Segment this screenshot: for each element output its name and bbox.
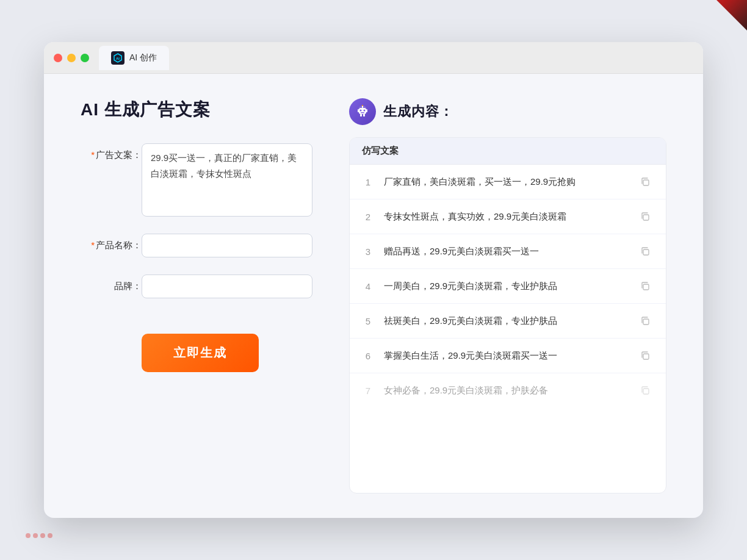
row-number: 7 bbox=[362, 386, 374, 396]
row-text: 女神必备，29.9元美白淡斑霜，护肤必备 bbox=[384, 384, 627, 398]
result-header: 生成内容： bbox=[349, 98, 666, 125]
ad-copy-textarea[interactable]: 29.9买一送一，真正的厂家直销，美白淡斑霜，专抹女性斑点 bbox=[142, 143, 312, 217]
left-panel: AI 生成广告文案 *广告文案： 29.9买一送一，真正的厂家直销，美白淡斑霜，… bbox=[81, 98, 312, 494]
copy-button[interactable] bbox=[637, 243, 654, 260]
svg-rect-11 bbox=[360, 114, 362, 117]
svg-rect-6 bbox=[361, 112, 364, 113]
copy-button[interactable] bbox=[637, 173, 654, 190]
row-text: 赠品再送，29.9元美白淡斑霜买一送一 bbox=[384, 245, 627, 259]
copy-button[interactable] bbox=[637, 347, 654, 364]
row-text: 祛斑美白，29.9元美白淡斑霜，专业护肤品 bbox=[384, 314, 627, 328]
close-button[interactable] bbox=[54, 54, 62, 62]
browser-window: AI AI 创作 AI 生成广告文案 *广告文案： 29.9买一送一，真正的厂家… bbox=[44, 42, 703, 518]
minimize-button[interactable] bbox=[67, 54, 76, 62]
row-number: 4 bbox=[362, 281, 374, 292]
svg-rect-12 bbox=[363, 114, 365, 117]
svg-rect-16 bbox=[643, 284, 649, 290]
copy-button[interactable] bbox=[637, 208, 654, 225]
brand-label: 品牌： bbox=[81, 275, 142, 292]
maximize-button[interactable] bbox=[81, 54, 89, 62]
row-number: 5 bbox=[362, 316, 374, 326]
product-name-field-group: *产品名称： 美白淡斑霜 bbox=[81, 234, 312, 257]
svg-rect-13 bbox=[643, 180, 649, 185]
content-area: AI 生成广告文案 *广告文案： 29.9买一送一，真正的厂家直销，美白淡斑霜，… bbox=[44, 74, 703, 518]
tab-ai-creation[interactable]: AI AI 创作 bbox=[99, 46, 169, 70]
table-row: 4一周美白，29.9元美白淡斑霜，专业护肤品 bbox=[350, 269, 666, 304]
ai-tab-icon: AI bbox=[111, 51, 125, 65]
robot-icon bbox=[349, 98, 376, 125]
window-controls bbox=[54, 54, 89, 62]
row-text: 厂家直销，美白淡斑霜，买一送一，29.9元抢购 bbox=[384, 175, 627, 189]
product-label: *产品名称： bbox=[81, 234, 142, 251]
svg-rect-9 bbox=[358, 109, 359, 112]
page-title: AI 生成广告文案 bbox=[81, 98, 312, 121]
svg-rect-17 bbox=[643, 319, 649, 325]
svg-rect-14 bbox=[643, 215, 649, 220]
row-number: 1 bbox=[362, 177, 374, 187]
svg-point-8 bbox=[362, 105, 363, 106]
table-row: 6掌握美白生活，29.9元美白淡斑霜买一送一 bbox=[350, 339, 666, 373]
product-input[interactable]: 美白淡斑霜 bbox=[142, 234, 312, 257]
table-row: 3赠品再送，29.9元美白淡斑霜买一送一 bbox=[350, 234, 666, 269]
copy-button[interactable] bbox=[637, 312, 654, 329]
row-text: 掌握美白生活，29.9元美白淡斑霜买一送一 bbox=[384, 349, 627, 363]
table-row: 1厂家直销，美白淡斑霜，买一送一，29.9元抢购 bbox=[350, 165, 666, 199]
right-panel: 生成内容： 仿写文案 1厂家直销，美白淡斑霜，买一送一，29.9元抢购 2专抹女… bbox=[349, 98, 666, 494]
copy-button[interactable] bbox=[637, 382, 654, 399]
row-text: 一周美白，29.9元美白淡斑霜，专业护肤品 bbox=[384, 279, 627, 293]
table-row: 2专抹女性斑点，真实功效，29.9元美白淡斑霜 bbox=[350, 199, 666, 234]
brand-input[interactable]: 好白 bbox=[142, 275, 312, 298]
table-header: 仿写文案 bbox=[350, 138, 666, 165]
ad-copy-label: *广告文案： bbox=[81, 143, 142, 161]
generate-button[interactable]: 立即生成 bbox=[142, 334, 259, 372]
svg-point-4 bbox=[360, 110, 362, 112]
row-number: 3 bbox=[362, 246, 374, 257]
dots-decoration bbox=[24, 531, 54, 542]
svg-text:AI: AI bbox=[116, 57, 120, 60]
row-number: 2 bbox=[362, 212, 374, 222]
table-row: 5祛斑美白，29.9元美白淡斑霜，专业护肤品 bbox=[350, 304, 666, 339]
svg-rect-19 bbox=[643, 389, 649, 394]
results-list: 1厂家直销，美白淡斑霜，买一送一，29.9元抢购 2专抹女性斑点，真实功效，29… bbox=[350, 165, 666, 407]
svg-rect-15 bbox=[643, 249, 649, 255]
title-bar: AI AI 创作 bbox=[44, 42, 703, 74]
required-marker-2: * bbox=[91, 240, 95, 250]
row-number: 6 bbox=[362, 351, 374, 361]
svg-rect-10 bbox=[366, 109, 367, 112]
required-marker: * bbox=[91, 149, 95, 160]
result-table: 仿写文案 1厂家直销，美白淡斑霜，买一送一，29.9元抢购 2专抹女性斑点，真实… bbox=[349, 137, 666, 494]
svg-point-5 bbox=[364, 110, 366, 112]
copy-button[interactable] bbox=[637, 278, 654, 295]
tab-label: AI 创作 bbox=[129, 52, 157, 63]
table-row: 7女神必备，29.9元美白淡斑霜，护肤必备 bbox=[350, 373, 666, 407]
row-text: 专抹女性斑点，真实功效，29.9元美白淡斑霜 bbox=[384, 210, 627, 224]
ad-copy-field-group: *广告文案： 29.9买一送一，真正的厂家直销，美白淡斑霜，专抹女性斑点 bbox=[81, 143, 312, 217]
brand-field-group: 品牌： 好白 bbox=[81, 275, 312, 298]
svg-rect-18 bbox=[643, 354, 649, 359]
result-title: 生成内容： bbox=[383, 102, 453, 121]
